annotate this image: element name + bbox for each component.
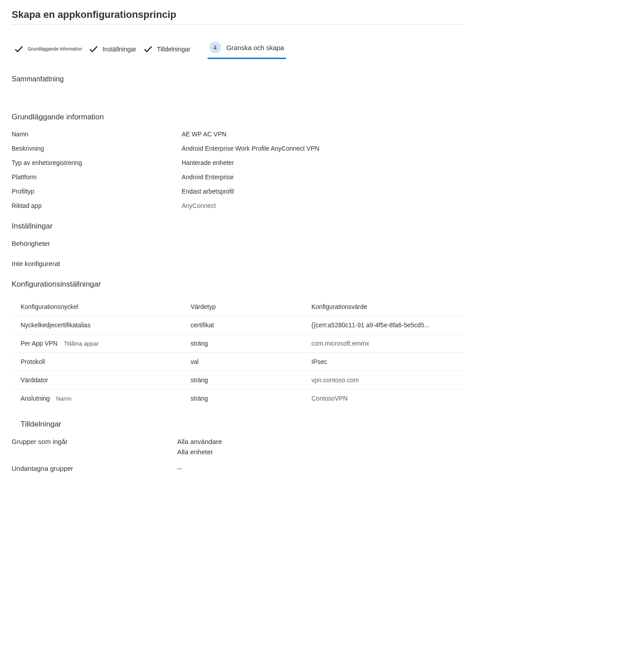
- summary-heading: Sammanfattning: [12, 75, 463, 83]
- wizard-steps: Grundläggande information Inställningar …: [12, 39, 463, 59]
- kv-row-profile-type: Profiltyp Endast arbetsprofil: [12, 188, 463, 195]
- kv-row-target-app: Riktad app AnyConnect: [12, 202, 463, 209]
- config-key-sub: Namn: [56, 395, 72, 402]
- col-header-value: Konfigurationsvärde: [311, 303, 454, 310]
- config-type: sträng: [191, 376, 311, 384]
- kv-value: AnyConnect: [182, 202, 216, 209]
- title-divider: [12, 24, 463, 25]
- config-value: {{cert:a5280c11-91 a9-4f5e-8fa6-5e5cd5..…: [311, 321, 454, 329]
- step-label: Tilldelningar: [157, 46, 191, 53]
- config-type: sträng: [191, 340, 311, 347]
- kv-value: Android Enterprise: [182, 173, 234, 181]
- basics-heading: Grundläggande information: [12, 113, 463, 122]
- step-label: Granska och skapa: [226, 44, 284, 51]
- included-groups-row: Grupper som ingår Alla användare Alla en…: [12, 438, 463, 458]
- kv-label: Riktad app: [12, 202, 182, 209]
- kv-value: Android Enterprise Work Profile AnyConne…: [182, 145, 319, 152]
- kv-row-enrollment-type: Typ av enhetsregistrering Hanterade enhe…: [12, 159, 463, 166]
- kv-value: Endast arbetsprofil: [182, 188, 234, 195]
- col-header-type: Värdetyp: [191, 303, 311, 310]
- included-groups-values: Alla användare Alla enheter: [177, 438, 222, 458]
- excluded-groups-label: Undantagna grupper: [12, 465, 177, 472]
- kv-label: Typ av enhetsregistrering: [12, 159, 182, 166]
- kv-label: Namn: [12, 131, 182, 138]
- config-row: Värddator sträng vpn.contoso.com: [12, 371, 463, 389]
- step-basics[interactable]: Grundläggande information: [12, 40, 83, 58]
- config-row: Protokoll val IPsec: [12, 352, 463, 371]
- included-groups-label: Grupper som ingår: [12, 438, 177, 458]
- config-type: val: [191, 358, 311, 365]
- step-settings[interactable]: Inställningar: [86, 40, 137, 58]
- step-review-create[interactable]: 4 Granska och skapa: [208, 39, 286, 59]
- step-label: Grundläggande information: [28, 46, 82, 51]
- kv-value: AE WP AC VPN: [182, 131, 226, 138]
- config-table-header: Konfigurationsnyckel Värdetyp Konfigurat…: [12, 298, 463, 316]
- check-icon: [142, 43, 154, 55]
- included-group-value: Alla användare: [177, 438, 222, 445]
- config-key: Nyckelkedjecertifikatalias: [21, 321, 90, 329]
- config-row: Nyckelkedjecertifikatalias certifikat {{…: [12, 316, 463, 334]
- col-header-key: Konfigurationsnyckel: [21, 303, 191, 310]
- config-heading: Konfigurationsinställningar: [12, 280, 463, 289]
- assignments-heading: Tilldelningar: [21, 420, 463, 429]
- config-row: Anslutning Namn sträng ContosoVPN: [12, 389, 463, 407]
- kv-row-name: Namn AE WP AC VPN: [12, 131, 463, 138]
- kv-label: Plattform: [12, 173, 182, 181]
- config-type: certifikat: [191, 321, 311, 329]
- kv-value: Hanterade enheter: [182, 159, 234, 166]
- permissions-label: Behörigheter: [12, 240, 463, 247]
- config-key-sub: Tillåtna appar: [64, 340, 99, 347]
- config-key: Protokoll: [21, 358, 45, 365]
- page-title: Skapa en appkonfigurationsprincip: [12, 9, 463, 21]
- included-group-value: Alla enheter: [177, 448, 222, 456]
- step-number-badge: 4: [209, 42, 221, 53]
- config-value: vpn.contoso.com: [311, 376, 454, 384]
- config-value: com.microsoft.emmx: [311, 340, 454, 347]
- step-assignments[interactable]: Tilldelningar: [141, 40, 191, 58]
- settings-heading: Inställningar: [12, 222, 463, 231]
- not-configured-text: Inte konfigurerat: [12, 260, 463, 267]
- kv-row-description: Beskrivning Android Enterprise Work Prof…: [12, 145, 463, 152]
- excluded-groups-value: --: [177, 465, 182, 472]
- kv-label: Profiltyp: [12, 188, 182, 195]
- config-key: Anslutning: [21, 395, 50, 402]
- config-key: Per App VPN: [21, 340, 58, 347]
- config-key: Värddator: [21, 376, 48, 384]
- config-value: ContosoVPN: [311, 395, 454, 402]
- check-icon: [87, 43, 100, 55]
- config-type: sträng: [191, 395, 311, 402]
- config-row: Per App VPN Tillåtna appar sträng com.mi…: [12, 334, 463, 352]
- kv-row-platform: Plattform Android Enterprise: [12, 173, 463, 181]
- excluded-groups-row: Undantagna grupper --: [12, 465, 463, 472]
- check-icon: [13, 43, 25, 55]
- config-table: Konfigurationsnyckel Värdetyp Konfigurat…: [12, 298, 463, 407]
- config-value: IPsec: [311, 358, 454, 365]
- kv-label: Beskrivning: [12, 145, 182, 152]
- step-label: Inställningar: [102, 46, 136, 53]
